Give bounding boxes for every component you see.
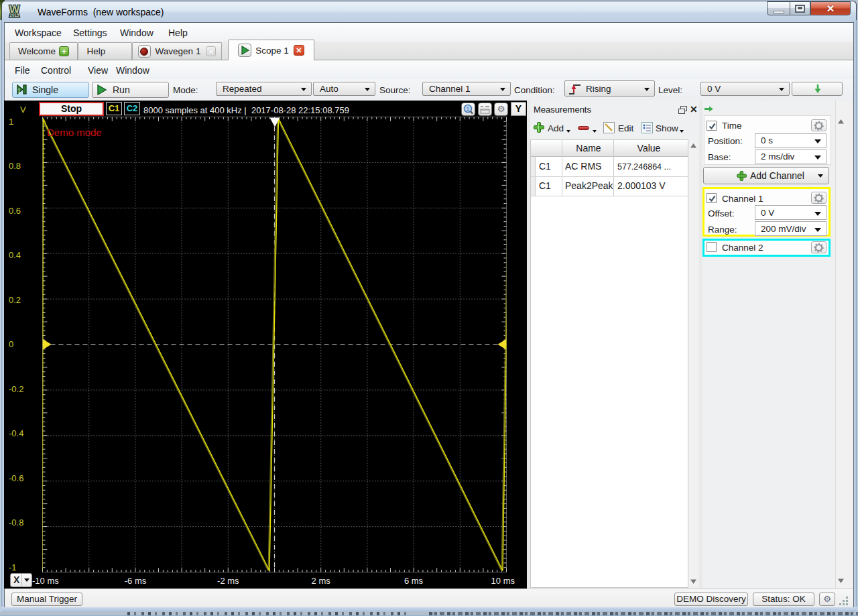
svg-text:-0.8: -0.8 xyxy=(9,517,23,528)
svg-text:-10 ms: -10 ms xyxy=(32,576,59,586)
svg-text:-0.2: -0.2 xyxy=(9,384,23,394)
svg-text:0.4: 0.4 xyxy=(9,250,21,260)
svg-text:2015: 2015 xyxy=(9,13,19,17)
svg-text:1: 1 xyxy=(9,117,13,127)
svg-text:1: 1 xyxy=(17,87,21,94)
svg-text:V: V xyxy=(20,105,26,115)
svg-text:0.6: 0.6 xyxy=(9,206,21,216)
svg-text:2 ms: 2 ms xyxy=(312,576,331,586)
svg-text:0: 0 xyxy=(9,339,13,349)
svg-text:0.2: 0.2 xyxy=(9,295,21,305)
svg-text:-1: -1 xyxy=(9,562,17,572)
svg-text:6 ms: 6 ms xyxy=(404,576,424,586)
svg-text:-0.6: -0.6 xyxy=(9,473,23,483)
svg-text:-2 ms: -2 ms xyxy=(217,576,239,586)
svg-text:10 ms: 10 ms xyxy=(491,576,515,586)
svg-text:Demo mode: Demo mode xyxy=(47,127,102,138)
svg-text:-6 ms: -6 ms xyxy=(125,576,147,586)
svg-text:0.8: 0.8 xyxy=(9,161,21,171)
svg-text:-0.4: -0.4 xyxy=(9,428,23,438)
